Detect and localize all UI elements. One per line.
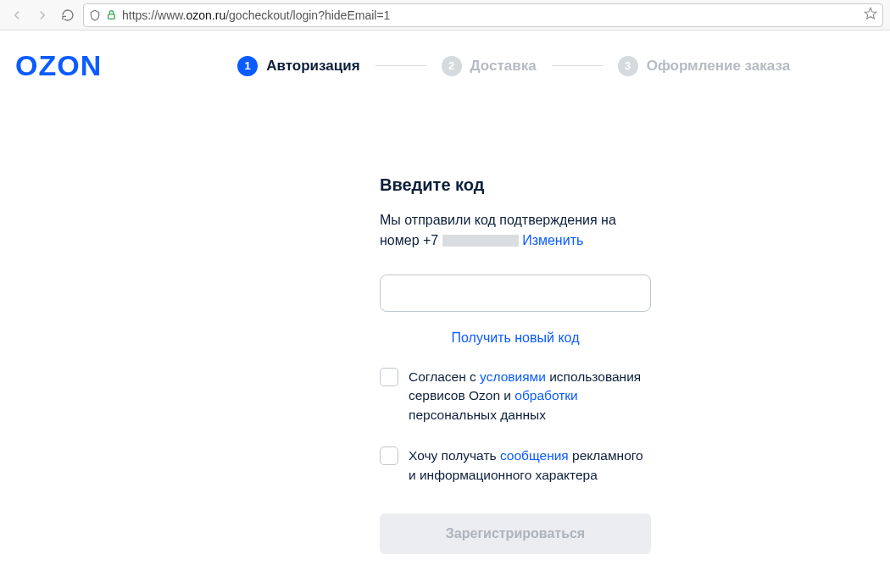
- form-description: Мы отправили код подтверждения на номер …: [380, 210, 668, 251]
- browser-chrome: https://www.ozon.ru/gocheckout/login?hid…: [0, 0, 890, 31]
- terms-link[interactable]: условиями: [480, 369, 546, 384]
- checkout-header: OZON 1 Авторизация 2 Доставка 3 Оформлен…: [15, 49, 875, 82]
- form-heading: Введите код: [380, 175, 668, 195]
- back-button[interactable]: [7, 5, 27, 25]
- step-delivery: 2 Доставка: [442, 56, 537, 76]
- phone-redacted: [442, 235, 519, 247]
- step-order: 3 Оформление заказа: [618, 56, 790, 76]
- code-input[interactable]: [380, 275, 651, 312]
- processing-link[interactable]: обработки: [515, 388, 577, 402]
- reload-button[interactable]: [58, 5, 78, 25]
- agree-checkbox[interactable]: [380, 368, 398, 386]
- url-text: https://www.ozon.ru/gocheckout/login?hid…: [122, 8, 859, 22]
- shield-icon: [89, 9, 101, 21]
- bookmark-star-icon[interactable]: [864, 7, 877, 24]
- promo-text: Хочу получать сообщения рекламного и инф…: [409, 447, 651, 485]
- step-number: 2: [442, 56, 462, 76]
- forward-button[interactable]: [32, 5, 53, 25]
- svg-rect-0: [108, 14, 115, 19]
- register-button[interactable]: Зарегистрироваться: [380, 513, 651, 554]
- change-number-link[interactable]: Изменить: [522, 233, 583, 247]
- address-bar[interactable]: https://www.ozon.ru/gocheckout/login?hid…: [83, 3, 883, 27]
- promo-checkbox[interactable]: [380, 447, 398, 465]
- ozon-logo[interactable]: OZON: [15, 49, 102, 82]
- auth-form: Введите код Мы отправили код подтвержден…: [380, 175, 668, 554]
- lock-icon: [106, 9, 117, 20]
- checkout-steps: 1 Авторизация 2 Доставка 3 Оформление за…: [237, 56, 790, 76]
- step-auth: 1 Авторизация: [237, 56, 359, 76]
- step-number: 1: [237, 56, 258, 76]
- step-label: Доставка: [470, 58, 537, 75]
- agree-text: Согласен с условиями использования серви…: [409, 368, 651, 424]
- step-separator: [375, 65, 426, 66]
- step-label: Авторизация: [266, 58, 359, 75]
- step-number: 3: [618, 56, 638, 76]
- step-separator: [552, 65, 603, 66]
- svg-marker-1: [865, 8, 876, 19]
- step-label: Оформление заказа: [647, 58, 790, 75]
- messages-link[interactable]: сообщения: [500, 448, 569, 463]
- resend-code-link[interactable]: Получить новый код: [380, 330, 651, 346]
